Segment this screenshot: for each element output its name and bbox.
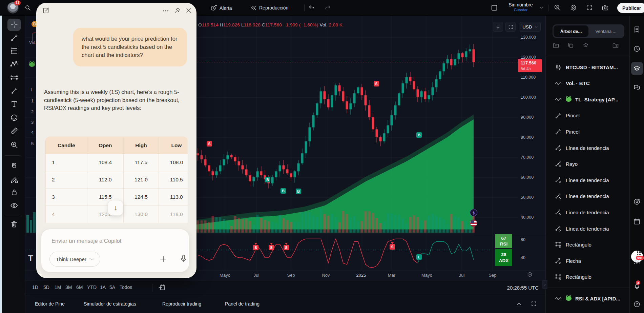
- range-YTD[interactable]: YTD: [87, 285, 97, 290]
- quick-search-icon[interactable]: [554, 4, 561, 11]
- us-flag-icon[interactable]: [470, 219, 477, 227]
- alert-button[interactable]: Alerta: [210, 4, 232, 12]
- layout-name-group[interactable]: Sin nombre Guardar: [502, 2, 539, 12]
- calendar-icon[interactable]: [633, 218, 641, 225]
- tool-zoomin-icon[interactable]: [7, 139, 21, 151]
- tool-lock-icon[interactable]: [7, 186, 21, 198]
- folder-remove-icon[interactable]: [612, 42, 619, 49]
- tool-trend-icon[interactable]: [7, 32, 21, 44]
- help-icon[interactable]: [633, 300, 641, 308]
- svg-text:Mar: Mar: [388, 273, 396, 278]
- sidebar-tab[interactable]: Ventana ...: [588, 25, 623, 37]
- alerts-clock-icon[interactable]: [633, 45, 641, 53]
- save-link[interactable]: Guardar: [502, 8, 539, 12]
- object-tree-item[interactable]: Línea de tendencia: [546, 172, 630, 188]
- bottom-tab[interactable]: Simulador de estrategias: [84, 301, 136, 307]
- chat-icon[interactable]: [633, 84, 641, 91]
- copilot-input[interactable]: Enviar un mensaje a Copilot Think Deeper: [41, 229, 189, 272]
- camera-icon[interactable]: [602, 4, 609, 11]
- tool-ruler-icon[interactable]: [7, 125, 21, 137]
- object-tree-item[interactable]: Pincel: [546, 107, 630, 124]
- range-6M[interactable]: 6M: [76, 285, 83, 290]
- close-icon[interactable]: [185, 7, 192, 14]
- new-folder-icon[interactable]: [553, 42, 559, 49]
- screener-radar-icon[interactable]: [633, 198, 641, 206]
- tool-eye-icon[interactable]: [7, 199, 21, 212]
- tool-xabcd-icon[interactable]: [7, 58, 21, 70]
- redo-icon[interactable]: [325, 4, 331, 11]
- table-cell: 118.0: [159, 206, 188, 223]
- tool-brush-icon[interactable]: [7, 85, 21, 97]
- more-options-icon[interactable]: [162, 7, 169, 14]
- range-5A[interactable]: 5A: [109, 285, 115, 290]
- sidebar-tab[interactable]: Árbol de...: [554, 25, 588, 37]
- scroll-to-recent-button[interactable]: [493, 22, 503, 32]
- tool-smiley-icon[interactable]: [7, 112, 21, 124]
- bottom-tab[interactable]: Editor de Pine: [35, 301, 65, 307]
- svg-text:Mayo: Mayo: [421, 273, 432, 278]
- pin-icon[interactable]: [174, 7, 181, 14]
- object-tree-item[interactable]: Línea de tendencia: [546, 204, 630, 220]
- table-header-cell: Low: [159, 137, 188, 154]
- tool-pencillock-icon[interactable]: [7, 174, 21, 186]
- new-chat-icon[interactable]: [42, 7, 50, 14]
- object-tree-item[interactable]: Vol. · BTC: [546, 75, 630, 92]
- expand-panel-icon[interactable]: [531, 301, 537, 307]
- object-tree-item[interactable]: Línea de tendencia: [546, 140, 630, 156]
- candle-icon: [555, 63, 562, 71]
- go-to-date-icon[interactable]: [158, 284, 166, 291]
- bottom-tab[interactable]: Reproducir trading: [162, 301, 201, 307]
- object-tree-item-label: Pincel: [566, 129, 580, 135]
- currency-dropdown[interactable]: USD: [520, 22, 541, 32]
- object-tree-icon[interactable]: [633, 65, 641, 72]
- object-tree-item[interactable]: BTCUSD · BITSTAM...: [546, 59, 630, 75]
- stack-icon[interactable]: [582, 42, 589, 49]
- layout-icon[interactable]: [491, 4, 498, 12]
- object-tree-item[interactable]: Rectángulo: [546, 269, 630, 285]
- scroll-down-button[interactable]: ↓: [108, 200, 123, 216]
- object-tree-item[interactable]: TL_Strategy [AP...: [546, 91, 630, 107]
- attach-plus-icon[interactable]: [159, 255, 167, 263]
- object-tree-item[interactable]: Pincel: [546, 123, 630, 140]
- wave-icon: [555, 96, 562, 103]
- object-tree-item[interactable]: RSI & ADX [APID...: [546, 290, 630, 307]
- object-tree-item[interactable]: Rayo: [546, 156, 630, 172]
- object-tree-item[interactable]: Rectángulo: [546, 237, 630, 253]
- search-icon[interactable]: [24, 4, 31, 11]
- publish-button[interactable]: Publicar: [617, 3, 644, 13]
- tool-fib-icon[interactable]: [7, 45, 21, 57]
- range-1D[interactable]: 1D: [32, 285, 38, 290]
- sidebar-collapse-handle[interactable]: ›: [542, 280, 547, 289]
- watchlist-icon[interactable]: [633, 26, 641, 33]
- range-1M[interactable]: 1M: [55, 285, 61, 290]
- bottom-tab[interactable]: Panel de trading: [225, 301, 259, 307]
- mode-selector[interactable]: Think Deeper: [49, 252, 100, 267]
- object-tree-item[interactable]: Flecha: [546, 253, 630, 269]
- tool-fcast-icon[interactable]: [7, 72, 21, 84]
- settings-gear-icon[interactable]: [570, 4, 577, 11]
- range-3M[interactable]: 3M: [65, 285, 72, 290]
- copy-icon[interactable]: [567, 42, 574, 48]
- clock[interactable]: 20:28:55 UTC: [507, 285, 539, 291]
- object-tree-item[interactable]: Línea de tendencia: [546, 220, 630, 237]
- fullscreen-icon[interactable]: [586, 4, 593, 11]
- tool-crosshair-icon[interactable]: [7, 19, 21, 31]
- replay-button[interactable]: Reproducción: [250, 4, 288, 11]
- svg-text:B: B: [282, 189, 285, 193]
- maximize-pane-button[interactable]: [505, 22, 516, 32]
- trendl-icon: [555, 193, 562, 200]
- range-5D[interactable]: 5D: [43, 285, 49, 290]
- range-1A[interactable]: 1A: [100, 285, 106, 290]
- tool-magnet-icon[interactable]: [7, 160, 21, 173]
- range-Todos[interactable]: Todos: [120, 285, 132, 290]
- lightning-indicator-icon[interactable]: [470, 209, 477, 216]
- tool-trash-icon[interactable]: [7, 218, 21, 230]
- chevron-up-icon[interactable]: [516, 301, 522, 307]
- undo-icon[interactable]: [308, 4, 315, 11]
- object-tree-item[interactable]: Línea de tendencia: [546, 188, 630, 204]
- tool-textT-icon[interactable]: [7, 98, 21, 110]
- microphone-icon[interactable]: [180, 254, 188, 262]
- trendl-icon: [555, 209, 562, 216]
- ohlc-legend: O119.514 H119.826 L116.928 C117.560 −1.9…: [198, 22, 342, 27]
- chevron-down-icon[interactable]: [539, 6, 544, 10]
